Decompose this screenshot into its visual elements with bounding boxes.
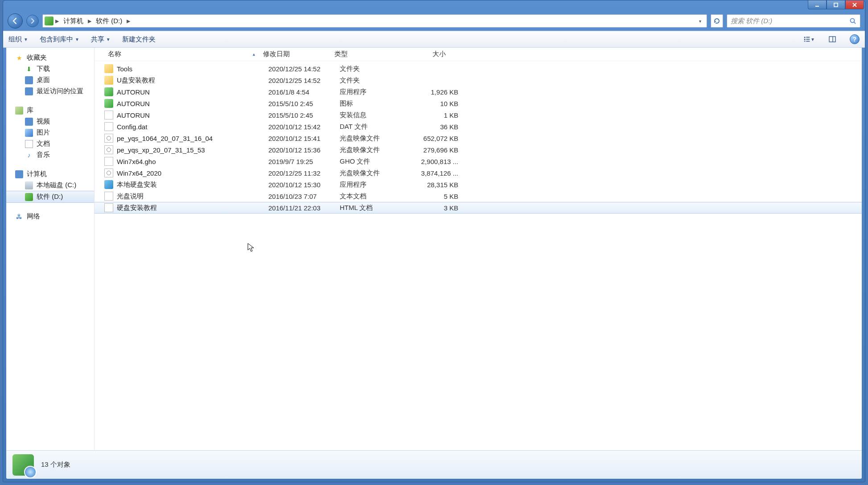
file-type: 文件夹 (340, 65, 409, 73)
navigation-bar: ▶ 计算机 ▶ 软件 (D:) ▶ ▾ 搜索 软件 (D:) (3, 11, 865, 31)
libraries-header[interactable]: 库 (6, 105, 94, 116)
file-type: 文本文档 (340, 192, 409, 201)
network-header[interactable]: 🖧网络 (6, 211, 94, 222)
column-size[interactable]: 大小 (400, 50, 449, 58)
chevron-down-icon: ▼ (106, 37, 111, 42)
file-row[interactable]: Config.dat2020/10/12 15:42DAT 文件36 KB (95, 121, 862, 132)
file-size: 652,072 KB (409, 135, 458, 142)
file-row[interactable]: pe_yqs_1064_20_07_31_16_042020/10/12 15:… (95, 132, 862, 144)
svg-point-2 (851, 19, 855, 23)
file-date: 2020/10/12 15:41 (268, 135, 340, 142)
breadcrumb-drive[interactable]: 软件 (D:) (93, 15, 125, 27)
sidebar-item-downloads[interactable]: ⬇下载 (6, 63, 94, 74)
file-size: 279,696 KB (409, 146, 458, 154)
file-row[interactable]: pe_yqs_xp_20_07_31_15_532020/10/12 15:36… (95, 144, 862, 156)
svg-line-3 (854, 22, 856, 24)
view-mode-button[interactable]: ▼ (803, 33, 815, 45)
file-size: 5 KB (409, 193, 458, 200)
computer-icon (15, 170, 23, 178)
chevron-right-icon[interactable]: ▶ (87, 18, 92, 24)
file-size: 10 KB (409, 100, 458, 107)
file-row[interactable]: U盘安装教程2020/12/25 14:52文件夹 (95, 74, 862, 86)
search-input[interactable]: 搜索 软件 (D:) (727, 14, 860, 28)
file-size: 28,315 KB (409, 181, 458, 189)
chevron-right-icon[interactable]: ▶ (54, 18, 60, 24)
address-bar[interactable]: ▶ 计算机 ▶ 软件 (D:) ▶ ▾ (42, 14, 707, 28)
file-row[interactable]: 光盘说明2016/10/23 7:07文本文档5 KB (95, 190, 862, 202)
file-type: 安装信息 (340, 111, 409, 119)
libraries-group: 库 视频 图片 文档 ♪音乐 (6, 105, 94, 160)
video-icon (25, 118, 33, 126)
include-in-library-button[interactable]: 包含到库中▼ (40, 35, 79, 44)
file-date: 2020/12/25 11:32 (268, 169, 340, 177)
file-name: Tools (117, 65, 268, 73)
file-size: 3,874,126 ... (409, 169, 458, 177)
refresh-button[interactable] (711, 14, 723, 28)
file-name: 硬盘安装教程 (117, 204, 268, 212)
back-button[interactable] (8, 13, 23, 29)
preview-pane-button[interactable] (827, 33, 838, 45)
sidebar-item-drive-c[interactable]: 本地磁盘 (C:) (6, 180, 94, 191)
address-dropdown-icon[interactable]: ▾ (695, 19, 705, 24)
file-icon (104, 169, 113, 177)
file-size: 36 KB (409, 123, 458, 131)
computer-header[interactable]: 计算机 (6, 169, 94, 180)
breadcrumb-computer[interactable]: 计算机 (61, 15, 86, 27)
sidebar-item-music[interactable]: ♪音乐 (6, 149, 94, 160)
favorites-header[interactable]: ★收藏夹 (6, 52, 94, 63)
share-button[interactable]: 共享▼ (91, 35, 111, 44)
file-row[interactable]: AUTORUN2015/5/10 2:45图标10 KB (95, 98, 862, 109)
chevron-down-icon: ▼ (75, 37, 79, 42)
navigation-pane: ★收藏夹 ⬇下载 桌面 最近访问的位置 库 视频 图片 文档 ♪音乐 计算机 本… (6, 48, 95, 450)
network-icon: 🖧 (15, 213, 23, 221)
close-button[interactable] (845, 0, 864, 9)
file-row[interactable]: 本地硬盘安装2020/10/12 15:30应用程序28,315 KB (95, 179, 862, 190)
download-icon: ⬇ (25, 65, 33, 73)
file-icon (104, 192, 113, 201)
column-name[interactable]: 名称▲ (104, 50, 259, 58)
file-name: AUTORUN (117, 100, 268, 107)
svg-rect-1 (834, 3, 838, 7)
organize-button[interactable]: 组织▼ (8, 35, 28, 44)
file-row[interactable]: Win7x64_20202020/12/25 11:32光盘映像文件3,874,… (95, 167, 862, 179)
file-date: 2020/10/12 15:30 (268, 181, 340, 189)
file-icon (104, 157, 113, 166)
drive-large-icon (12, 454, 34, 476)
sidebar-item-desktop[interactable]: 桌面 (6, 74, 94, 86)
toolbar: 组织▼ 包含到库中▼ 共享▼ 新建文件夹 ▼ ? (3, 31, 865, 48)
file-type: 光盘映像文件 (340, 146, 409, 154)
file-row[interactable]: AUTORUN2015/5/10 2:45安装信息1 KB (95, 109, 862, 121)
help-button[interactable]: ? (850, 34, 860, 44)
drive-icon (25, 193, 33, 201)
sidebar-item-drive-d[interactable]: 软件 (D:) (6, 191, 94, 203)
file-row[interactable]: Win7x64.gho2019/9/7 19:25GHO 文件2,900,813… (95, 156, 862, 167)
file-type: DAT 文件 (340, 123, 409, 131)
sidebar-item-videos[interactable]: 视频 (6, 116, 94, 127)
file-row[interactable]: 硬盘安装教程2016/11/21 22:03HTML 文档3 KB (95, 202, 862, 214)
column-type[interactable]: 类型 (331, 50, 400, 58)
sidebar-item-recent[interactable]: 最近访问的位置 (6, 86, 94, 97)
search-icon (849, 17, 856, 25)
file-row[interactable]: Tools2020/12/25 14:52文件夹 (95, 63, 862, 74)
favorites-group: ★收藏夹 ⬇下载 桌面 最近访问的位置 (6, 52, 94, 97)
chevron-down-icon: ▼ (810, 37, 815, 42)
file-size: 3 KB (409, 204, 458, 212)
forward-button[interactable] (26, 15, 39, 27)
svg-rect-10 (829, 37, 835, 42)
file-date: 2016/11/21 22:03 (268, 204, 340, 212)
file-row[interactable]: AUTORUN2016/1/8 4:54应用程序1,926 KB (95, 86, 862, 98)
body: ★收藏夹 ⬇下载 桌面 最近访问的位置 库 视频 图片 文档 ♪音乐 计算机 本… (6, 48, 862, 450)
sidebar-item-documents[interactable]: 文档 (6, 138, 94, 149)
drive-icon (45, 16, 53, 25)
file-icon (104, 122, 113, 131)
maximize-button[interactable] (827, 0, 845, 9)
file-date: 2015/5/10 2:45 (268, 100, 340, 107)
minimize-button[interactable] (808, 0, 827, 9)
sidebar-item-pictures[interactable]: 图片 (6, 127, 94, 138)
chevron-right-icon[interactable]: ▶ (126, 18, 131, 24)
new-folder-button[interactable]: 新建文件夹 (122, 35, 156, 44)
document-icon (25, 140, 33, 148)
file-icon (104, 145, 113, 154)
column-date[interactable]: 修改日期 (259, 50, 331, 58)
file-type: 光盘映像文件 (340, 134, 409, 143)
